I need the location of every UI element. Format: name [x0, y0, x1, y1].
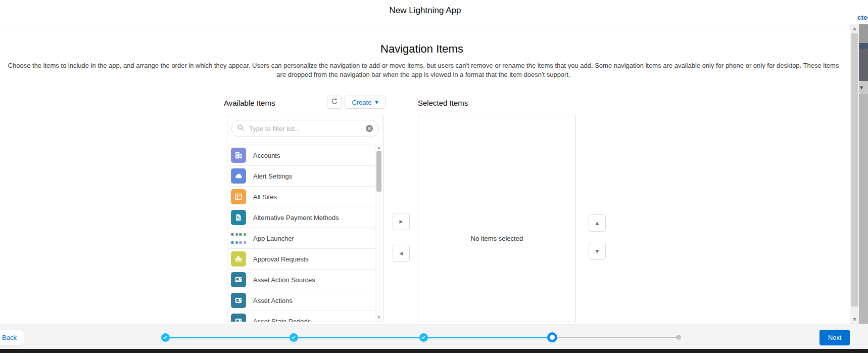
search-icon [237, 124, 245, 134]
list-item-label: Alert Settings [253, 172, 292, 180]
list-scrollbar-thumb[interactable] [376, 151, 381, 192]
new-lightning-app-modal: New Lightning App Navigation Items Choos… [0, 0, 868, 353]
list-item[interactable]: Alert Settings [228, 165, 375, 186]
app-grid-icon [231, 231, 246, 246]
backdrop-strip [859, 94, 868, 324]
available-items-panel: AccountsAlert SettingsAll SitesAlternati… [227, 115, 383, 322]
modal-scrollbar[interactable]: ▲ ▼ [850, 24, 859, 324]
selected-items-label: Selected Items [418, 99, 468, 107]
refresh-button[interactable] [327, 96, 342, 109]
scroll-down-icon[interactable]: ▼ [375, 316, 382, 320]
move-to-available-button[interactable]: ◀ [393, 245, 410, 262]
backdrop-strip [859, 49, 868, 81]
list-item[interactable]: All Sites [228, 186, 375, 207]
cloud-icon [231, 168, 246, 184]
list-item-label: Approval Requests [253, 255, 309, 263]
step-heading: Navigation Items [0, 42, 844, 56]
list-item-label: App Launcher [253, 235, 294, 242]
header-divider [0, 24, 857, 24]
selected-items-panel: No items selected [418, 115, 576, 322]
progress-step-2[interactable] [290, 333, 298, 342]
progress-step-1[interactable] [161, 333, 170, 342]
create-button-label: Create [352, 99, 371, 106]
list-item-label: Asset Action Sources [253, 276, 315, 284]
search-input[interactable] [248, 124, 365, 133]
window-layout-icon [231, 189, 246, 204]
list-item-label: All Sites [253, 193, 277, 201]
list-item-label: Asset State Periods [253, 318, 311, 323]
asset-card-icon [231, 293, 246, 308]
list-item[interactable]: Asset State Periods [228, 311, 375, 322]
list-item[interactable]: Alternative Payment Methods [228, 207, 375, 228]
available-items-label: Available Items [224, 99, 275, 107]
backdrop-strip [859, 24, 868, 43]
available-items-list: AccountsAlert SettingsAll SitesAlternati… [228, 145, 375, 322]
scroll-down-icon[interactable]: ▼ [850, 317, 859, 322]
move-to-selected-button[interactable]: ▶ [393, 213, 410, 230]
progress-line [165, 337, 552, 338]
bottom-edge-bar [0, 349, 868, 353]
asset-card-icon [231, 272, 246, 287]
list-item[interactable]: Asset Actions [228, 290, 375, 311]
progress-line [552, 337, 679, 338]
progress-step-4[interactable] [547, 332, 557, 342]
chevron-down-icon: ▼ [860, 85, 863, 90]
clear-search-icon[interactable] [365, 124, 373, 133]
list-item[interactable]: Accounts [228, 145, 375, 165]
right-arrow-icon: ▶ [400, 219, 403, 224]
move-down-button[interactable]: ▼ [589, 243, 606, 260]
list-item[interactable]: Approval Requests [228, 248, 375, 269]
clipped-background-link: cted [857, 14, 868, 21]
list-item[interactable]: App Launcher [228, 228, 375, 248]
back-button-label: Back [2, 334, 17, 341]
chevron-down-icon: ▼ [375, 100, 378, 105]
up-arrow-icon: ▲ [596, 220, 599, 226]
list-item[interactable]: Asset Action Sources [228, 269, 375, 290]
step-description: Choose the items to include in the app, … [4, 61, 843, 79]
modal-title: New Lightning App [0, 6, 850, 16]
scroll-up-icon[interactable]: ▲ [850, 26, 859, 31]
building-icon [231, 148, 246, 163]
next-button-label: Next [828, 334, 842, 341]
progress-step-5 [676, 335, 681, 340]
modal-scrollbar-thumb[interactable] [851, 33, 858, 306]
filter-search-box[interactable] [231, 120, 379, 137]
back-button[interactable]: Back [0, 330, 24, 345]
stamp-icon [231, 251, 246, 267]
list-item-label: Alternative Payment Methods [253, 214, 339, 222]
move-up-button[interactable]: ▲ [589, 214, 606, 232]
list-item-label: Asset Actions [253, 297, 293, 304]
progress-step-3[interactable] [419, 333, 428, 342]
create-button[interactable]: Create ▼ [345, 96, 385, 109]
empty-selection-text: No items selected [418, 235, 575, 242]
document-wrench-icon [231, 210, 246, 225]
list-item-label: Accounts [253, 152, 280, 159]
asset-card-icon [231, 314, 246, 322]
left-arrow-icon: ◀ [400, 251, 403, 256]
refresh-icon [330, 98, 338, 107]
backdrop-strip [859, 43, 868, 49]
next-button[interactable]: Next [819, 330, 850, 345]
down-arrow-icon: ▼ [596, 249, 599, 254]
list-scrollbar[interactable]: ▲ ▼ [375, 144, 382, 321]
scroll-up-icon[interactable]: ▲ [375, 146, 382, 150]
